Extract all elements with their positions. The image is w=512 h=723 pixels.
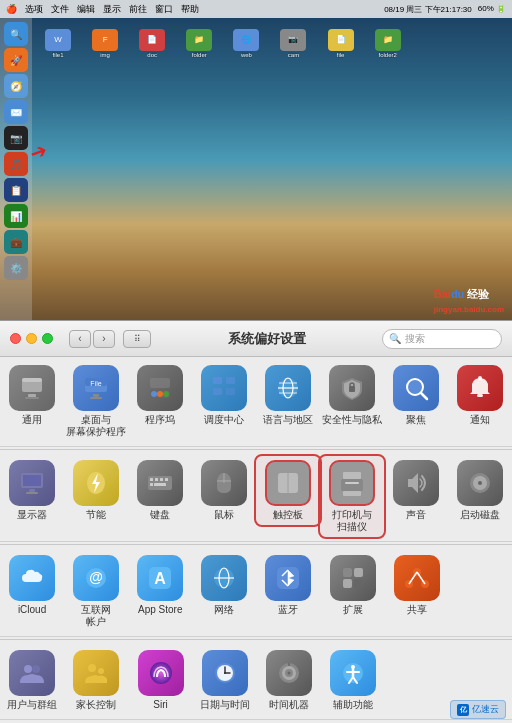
pref-label-keyboard: 键盘 (150, 509, 170, 521)
desktop-icon[interactable]: F img (85, 24, 125, 62)
dock-sidebar: 🔍 🚀 🧭 ✉️ 📷 🎵 📋 📊 💼 ⚙️ (0, 18, 32, 320)
desktop-icon[interactable]: W file1 (38, 24, 78, 62)
pref-item-energy[interactable]: 节能 (64, 456, 128, 525)
pref-icon-security (329, 365, 375, 411)
svg-point-52 (478, 481, 482, 485)
pref-item-sharing[interactable]: 共享 (385, 551, 449, 620)
dock-icon-app1[interactable]: 🎵 (4, 152, 28, 176)
pref-icon-timemachine (266, 650, 312, 696)
svg-rect-15 (226, 377, 235, 384)
dock-icon-app3[interactable]: 📊 (4, 204, 28, 228)
apple-menu-icon[interactable]: 🍎 (6, 4, 17, 14)
pref-item-datetime[interactable]: 日期与时间 (193, 646, 257, 715)
pref-item-network[interactable]: 网络 (192, 551, 256, 620)
svg-point-75 (98, 668, 104, 674)
pref-label-spotlight: 聚焦 (406, 414, 426, 426)
pref-label-mouse: 鼠标 (214, 509, 234, 521)
pref-item-spotlight[interactable]: 聚焦 (384, 361, 448, 430)
traffic-lights (10, 333, 53, 344)
pref-item-bluetooth[interactable]: 蓝牙 (256, 551, 320, 620)
svg-rect-16 (213, 388, 222, 395)
pref-item-missioncontrol[interactable]: 调度中心 (192, 361, 256, 430)
pref-label-language: 语言与地区 (263, 414, 313, 426)
yiyun-watermark: 亿 亿速云 (450, 700, 506, 719)
desktop-icon[interactable]: 🌐 web (226, 24, 266, 62)
svg-rect-30 (23, 475, 41, 486)
pref-label-appstore: App Store (138, 604, 182, 616)
menubar-item[interactable]: 选项 (25, 3, 43, 16)
desktop-icon[interactable]: 📄 doc (132, 24, 172, 62)
pref-label-accessibility: 辅助功能 (333, 699, 373, 711)
pref-item-parental[interactable]: 家长控制 (64, 646, 128, 715)
dock-icon-photos[interactable]: 📷 (4, 126, 28, 150)
svg-rect-41 (154, 483, 166, 486)
search-box[interactable]: 🔍 搜索 (382, 329, 502, 349)
pref-item-mouse[interactable]: 鼠标 (192, 456, 256, 525)
pref-item-extensions[interactable]: 扩展 (321, 551, 385, 620)
menubar-item[interactable]: 显示 (103, 3, 121, 16)
back-button[interactable]: ‹ (69, 330, 91, 348)
svg-rect-7 (93, 394, 99, 397)
dock-icon-launchpad[interactable]: 🚀 (4, 48, 28, 72)
pref-item-general[interactable]: 通用 (0, 361, 64, 430)
yiyun-label: 亿速云 (472, 703, 499, 716)
menubar-item[interactable]: 前往 (129, 3, 147, 16)
pref-icon-keyboard (137, 460, 183, 506)
dock-icon-app4[interactable]: 💼 (4, 230, 28, 254)
pref-row-system: 用户与群组 家长控制 Siri 日期与时间 时间机器 (0, 642, 512, 720)
grid-view-button[interactable]: ⠿ (123, 330, 151, 348)
pref-item-dock[interactable]: 程序坞 (128, 361, 192, 430)
menubar-item[interactable]: 窗口 (155, 3, 173, 16)
svg-line-26 (421, 393, 427, 399)
pref-icon-spotlight (393, 365, 439, 411)
desktop-icon[interactable]: 📄 file (321, 24, 361, 62)
menubar-item[interactable]: 编辑 (77, 3, 95, 16)
desktop-icon[interactable]: 📁 folder (179, 24, 219, 62)
pref-label-displays: 显示器 (17, 509, 47, 521)
minimize-button[interactable] (26, 333, 37, 344)
forward-button[interactable]: › (93, 330, 115, 348)
menubar-item[interactable]: 帮助 (181, 3, 199, 16)
svg-point-73 (32, 665, 40, 673)
pref-item-accessibility[interactable]: 辅助功能 (321, 646, 385, 715)
pref-icon-internet-accounts: @ (73, 555, 119, 601)
pref-item-desktop[interactable]: File 桌面与屏幕保护程序 (64, 361, 128, 442)
dock-icon-mail[interactable]: ✉️ (4, 100, 28, 124)
dock-icon-syspref[interactable]: ⚙️ (4, 256, 28, 280)
pref-item-siri[interactable]: Siri (128, 646, 192, 715)
menubar-item[interactable]: 文件 (51, 3, 69, 16)
maximize-button[interactable] (42, 333, 53, 344)
pref-icon-energy (73, 460, 119, 506)
svg-rect-14 (213, 377, 222, 384)
pref-item-appstore[interactable]: A App Store (128, 551, 192, 620)
dock-icon-safari[interactable]: 🧭 (4, 74, 28, 98)
row-separator-2 (0, 544, 512, 545)
pref-item-displays[interactable]: 显示器 (0, 456, 64, 525)
pref-item-notifications[interactable]: 通知 (448, 361, 512, 430)
pref-item-startup[interactable]: 启动磁盘 (448, 456, 512, 525)
search-placeholder: 搜索 (405, 332, 425, 346)
pref-item-internet-accounts[interactable]: @ 互联网帐户 (64, 551, 128, 632)
pref-item-trackpad[interactable]: 触控板 (256, 456, 320, 525)
pref-item-security[interactable]: 安全性与隐私 (320, 361, 384, 430)
pref-icon-bluetooth (265, 555, 311, 601)
pref-item-keyboard[interactable]: 键盘 (128, 456, 192, 525)
pref-item-sound[interactable]: 声音 (384, 456, 448, 525)
pref-item-icloud[interactable]: iCloud (0, 551, 64, 620)
pref-item-timemachine[interactable]: 时间机器 (257, 646, 321, 715)
dock-icon-finder[interactable]: 🔍 (4, 22, 28, 46)
pref-item-users[interactable]: 用户与群组 (0, 646, 64, 715)
pref-item-printer[interactable]: 打印机与扫描仪 (320, 456, 384, 537)
close-button[interactable] (10, 333, 21, 344)
menubar-battery: 60% 🔋 (478, 4, 506, 15)
desktop-icon[interactable]: 📁 folder2 (368, 24, 408, 62)
dock-icon-app2[interactable]: 📋 (4, 178, 28, 202)
svg-rect-32 (26, 492, 38, 494)
pref-row-hardware: 显示器 节能 键盘 鼠标 触控板 (0, 452, 512, 542)
svg-rect-35 (150, 478, 153, 481)
pref-label-notifications: 通知 (470, 414, 490, 426)
pref-item-language[interactable]: 语言与地区 (256, 361, 320, 430)
pref-label-trackpad: 触控板 (273, 509, 303, 521)
desktop-icon[interactable]: 📷 cam (273, 24, 313, 62)
svg-rect-66 (354, 579, 363, 588)
